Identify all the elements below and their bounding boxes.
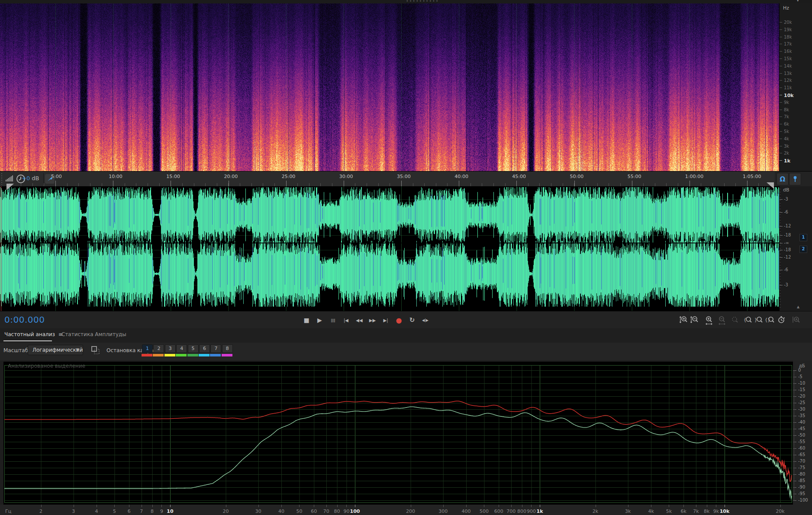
ruler-minor-tick [758, 183, 759, 186]
frequency-analysis-plot[interactable]: Анализированое выделение [3, 362, 793, 505]
analysis-controls: Масштаб: Логарифмический▼ Остановка кадр… [0, 343, 812, 360]
ruler-minor-tick [102, 183, 102, 186]
zoom-in-at-in-point-button[interactable]: { [743, 315, 753, 325]
transport-buttons: ■▶▮▮|◀◀◀▶▶▶|●↻◀|▶ [0, 311, 476, 329]
ruler-minor-tick [78, 183, 79, 186]
scale-scroll-arrow-icon[interactable]: ▲ [797, 305, 799, 309]
hold-frame-button-8[interactable]: 8 [222, 344, 233, 353]
zoom-in-at-out-point-button[interactable]: } [754, 315, 764, 325]
playhead-indicator[interactable] [1, 186, 1, 311]
amplitude-scale-minor-tick [780, 203, 781, 204]
plot-db-label: -100 [798, 498, 808, 502]
plot-db-tick [793, 416, 796, 416]
plot-db-tick [793, 379, 795, 380]
time-ruler[interactable]: 5:0010:0015:0020:0025:0030:0035:0040:004… [0, 172, 775, 187]
frequency-scale-tick [780, 124, 782, 124]
amplitude-scale-minor-tick [780, 211, 781, 212]
tab-frequency-analysis[interactable]: Частотный анализ≡ [4, 331, 63, 337]
frequency-scale-tick [780, 110, 782, 110]
plot-db-tick [793, 457, 795, 458]
amplitude-scale-tick [780, 199, 783, 200]
plot-db-tick [793, 466, 795, 467]
snapping-magnet-toggle[interactable]: Ω [777, 173, 789, 185]
ruler-minor-tick [32, 183, 33, 186]
frequency-scale-label: 13k [784, 71, 792, 76]
plot-frequency-label: 9 [160, 509, 163, 514]
zoom-in-horizontal-button[interactable] [704, 315, 714, 325]
amplitude-scale-tick [780, 250, 783, 250]
amplitude-scale-minor-tick [780, 301, 781, 302]
waveform-amplitude-scale[interactable]: dB -3-6-12-18-∞-18-12-6-312▲ [779, 186, 812, 311]
tab-amplitude-statistics[interactable]: Статистика Амплитуды [61, 331, 126, 337]
zoom-out-vertical-button[interactable] [690, 315, 700, 325]
fast-forward-button[interactable]: ▶▶ [367, 315, 379, 325]
pause-button[interactable]: ▮▮ [327, 315, 339, 325]
hold-frame-button-2[interactable]: 2 [153, 344, 164, 353]
plot-db-label: -75 [798, 465, 805, 470]
move-playhead-button[interactable]: ◀|▶ [419, 315, 432, 325]
ruler-minor-tick [505, 183, 506, 186]
hold-frame-button-3[interactable]: 3 [165, 344, 176, 353]
panel-menu-arrow-icon[interactable]: ▾ [797, 0, 799, 3]
plot-frequency-label: 7 [140, 509, 143, 514]
ruler-time-label: 5:00 [51, 174, 62, 179]
plot-frequency-label: 100 [350, 509, 360, 514]
loop-playback-button[interactable]: ↻ [406, 315, 418, 325]
plot-db-tick [793, 490, 795, 490]
ruler-time-label: 50:00 [570, 174, 584, 179]
hold-frame-button-5[interactable]: 5 [188, 344, 199, 353]
panel-drag-grip[interactable]: ∙∙∙∙∙∙∙∙∙∙ [406, 0, 439, 3]
frequency-scale-tick [780, 117, 782, 117]
hold-frame-button-4[interactable]: 4 [176, 344, 187, 353]
plot-frequency-tick [74, 505, 74, 507]
zoom-in-vertical-button[interactable] [679, 315, 689, 325]
amplitude-scale-label: -12 [784, 255, 791, 259]
timed-zoom-button[interactable] [776, 315, 786, 325]
waveform-display[interactable] [0, 186, 779, 311]
plot-frequency-tick [707, 505, 707, 507]
plot-db-tick [793, 387, 795, 388]
play-button[interactable]: ▶ [314, 315, 326, 325]
marker-pin-toggle[interactable] [789, 173, 801, 185]
ruler-minor-tick [332, 183, 332, 186]
ruler-time-label: 45:00 [512, 174, 526, 179]
ibeam-icon [792, 315, 801, 325]
hold-frame-button-1[interactable]: 1 [142, 344, 153, 353]
stop-button[interactable]: ■ [300, 315, 313, 325]
ruler-minor-tick [447, 183, 448, 186]
zoom-to-selection-button[interactable]: {} [764, 315, 775, 325]
frequency-curves-canvas[interactable] [3, 362, 793, 505]
frequency-scale-label: 10k [784, 93, 794, 98]
record-button[interactable]: ● [393, 315, 405, 325]
hold-frame-button-6[interactable]: 6 [199, 344, 210, 353]
spectrogram-frequency-scale[interactable]: Hz 20k19k18k17k16k15k14k13k12k11k10k9k8k… [779, 3, 812, 171]
skip-to-start-button[interactable]: |◀ [340, 315, 352, 325]
channel-2-button[interactable]: 2 [799, 246, 807, 253]
plot-frequency-label: 8 [151, 509, 154, 514]
frequency-scale-label: 12k [784, 78, 792, 83]
spectrogram-display[interactable] [0, 3, 779, 171]
plot-db-label: -10 [798, 381, 805, 385]
zoom-reset-button[interactable] [730, 315, 740, 325]
plot-frequency-label: 40 [278, 509, 284, 514]
rewind-button[interactable]: ◀◀ [353, 315, 365, 325]
hold-frame-color-3 [164, 354, 175, 356]
ruler-time-label: 1:00:00 [685, 174, 703, 179]
ruler-minor-tick [251, 183, 252, 186]
skip-to-end-button[interactable]: ▶| [380, 315, 392, 325]
ruler-minor-tick [735, 183, 736, 186]
zoom-vertical-selection-button[interactable] [791, 315, 802, 325]
plot-db-tick [793, 489, 795, 489]
zoom-out-horizontal-button[interactable] [717, 315, 727, 325]
in-h-icon [704, 315, 714, 325]
in-sel-icon: {} [765, 315, 774, 325]
plot-frequency-tick [499, 505, 499, 507]
ruler-minor-tick [205, 183, 206, 186]
ruler-minor-tick [436, 183, 436, 186]
frequency-scale-label: 9k [784, 100, 789, 105]
frequency-scale-tick [780, 80, 782, 81]
hold-frame-button-7[interactable]: 7 [210, 344, 221, 353]
channel-1-button[interactable]: 1 [799, 234, 807, 241]
plot-frequency-tick [129, 505, 129, 507]
amplitude-scale-minor-tick [780, 206, 781, 206]
